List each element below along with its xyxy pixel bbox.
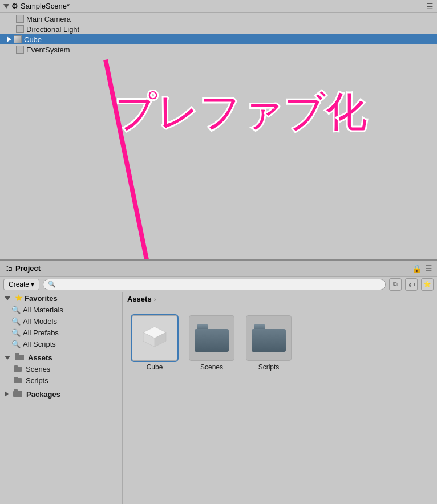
light-icon xyxy=(16,25,24,33)
sidebar-label: Scenes xyxy=(26,365,50,373)
project-header: 🗂 Project 🔒 ☰ xyxy=(0,261,437,277)
scenes-folder-icon-wrap xyxy=(189,315,234,361)
asset-label: Scripts xyxy=(258,363,280,371)
search-magnifier-icon: 🔍 xyxy=(48,281,56,288)
scripts-folder-graphic xyxy=(252,324,286,352)
hierarchy-item-directional-light[interactable]: Directional Light xyxy=(0,24,437,34)
sidebar-label: All Models xyxy=(23,317,57,326)
sidebar-label: Scripts xyxy=(26,376,48,385)
search-box[interactable]: 🔍 xyxy=(43,279,386,290)
project-sidebar: ★ Favorites 🔍 All Materials 🔍 All Models… xyxy=(0,292,123,504)
favorite-button[interactable]: ⭐ xyxy=(421,278,434,291)
eventsystem-icon xyxy=(16,46,24,54)
sidebar-scripts[interactable]: Scripts xyxy=(0,375,122,386)
hierarchy-item-cube[interactable]: Cube xyxy=(0,34,437,44)
project-panel: 🗂 Project 🔒 ☰ Create ▾ 🔍 ⧉ 🏷 ⭐ xyxy=(0,259,437,504)
favorites-expand-icon xyxy=(5,296,10,300)
hierarchy-collapse-icon[interactable] xyxy=(3,4,9,9)
star-icon: ⭐ xyxy=(423,281,431,288)
search-icon-scripts: 🔍 xyxy=(11,340,21,348)
svg-rect-7 xyxy=(14,377,18,379)
project-folder-icon: 🗂 xyxy=(5,264,13,273)
project-body: ★ Favorites 🔍 All Materials 🔍 All Models… xyxy=(0,292,437,504)
sidebar-label: All Prefabs xyxy=(23,328,59,337)
project-menu-icon[interactable]: ☰ xyxy=(425,264,432,273)
svg-rect-4 xyxy=(14,367,22,372)
hierarchy-list: Main Camera Directional Light Cube Event… xyxy=(0,13,437,56)
packages-label: Packages xyxy=(26,390,60,399)
search-input[interactable] xyxy=(58,281,381,288)
sidebar-all-models[interactable]: 🔍 All Models xyxy=(0,315,122,327)
cube-asset-icon-wrap xyxy=(132,315,177,361)
cube-3d-svg xyxy=(137,321,172,355)
hierarchy-panel: ⚙ SampleScene* ☰ Main Camera Directional… xyxy=(0,0,437,259)
sidebar-scenes[interactable]: Scenes xyxy=(0,363,122,375)
hierarchy-title: SampleScene* xyxy=(21,2,70,10)
create-dropdown-icon: ▾ xyxy=(31,281,34,288)
search-icon-models: 🔍 xyxy=(11,317,21,326)
hierarchy-item-event-system[interactable]: EventSystem xyxy=(0,44,437,55)
sidebar-label: All Materials xyxy=(23,306,63,314)
svg-rect-2 xyxy=(15,355,24,360)
sidebar-favorites-header[interactable]: ★ Favorites xyxy=(0,292,122,304)
tag-button[interactable]: 🏷 xyxy=(405,278,418,291)
hierarchy-item-main-camera[interactable]: Main Camera xyxy=(0,14,437,24)
sidebar-all-scripts[interactable]: 🔍 All Scripts xyxy=(0,338,122,349)
hierarchy-item-label: Directional Light xyxy=(26,25,79,34)
asset-label: Cube xyxy=(147,363,163,371)
hierarchy-menu-icon[interactable]: ☰ xyxy=(426,2,434,11)
svg-rect-5 xyxy=(14,365,18,367)
scenes-folder-icon xyxy=(14,365,22,373)
assets-breadcrumb: Assets › xyxy=(123,292,437,306)
hierarchy-item-label: EventSystem xyxy=(26,46,70,54)
svg-line-1 xyxy=(106,60,168,259)
packages-folder-icon xyxy=(13,389,22,399)
svg-rect-9 xyxy=(14,389,18,392)
favorites-label: Favorites xyxy=(25,294,58,303)
hierarchy-item-label: Cube xyxy=(24,35,42,44)
assets-folder-icon xyxy=(15,353,24,362)
project-title: Project xyxy=(15,264,41,273)
sidebar-packages-header[interactable]: Packages xyxy=(0,388,122,400)
cube-expand-icon[interactable] xyxy=(7,36,11,42)
search-icon-prefabs: 🔍 xyxy=(11,328,21,337)
scripts-folder-icon-wrap xyxy=(246,315,292,361)
hierarchy-header: ⚙ SampleScene* ☰ xyxy=(0,0,437,13)
svg-rect-3 xyxy=(15,353,19,355)
search-icon-materials: 🔍 xyxy=(11,306,21,314)
sidebar-assets-header[interactable]: Assets xyxy=(0,352,122,363)
asset-item-scripts[interactable]: Scripts xyxy=(246,315,292,371)
scripts-folder-icon xyxy=(14,376,22,385)
asset-item-cube[interactable]: Cube xyxy=(132,315,177,371)
sidebar-all-materials[interactable]: 🔍 All Materials xyxy=(0,304,122,315)
layers-icon: ⧉ xyxy=(393,281,398,288)
assets-grid: Cube Scenes xyxy=(123,306,437,380)
assets-label: Assets xyxy=(28,353,52,362)
sidebar-all-prefabs[interactable]: 🔍 All Prefabs xyxy=(0,327,122,338)
scenes-folder-graphic xyxy=(195,324,229,352)
packages-expand-icon xyxy=(5,391,9,397)
project-toolbar: Create ▾ 🔍 ⧉ 🏷 ⭐ xyxy=(0,277,437,292)
sidebar-label: All Scripts xyxy=(23,340,56,348)
breadcrumb-separator: › xyxy=(154,296,156,303)
svg-rect-8 xyxy=(13,391,22,397)
breadcrumb-root[interactable]: Assets xyxy=(127,295,152,303)
project-header-left: 🗂 Project xyxy=(5,264,41,273)
assets-expand-icon xyxy=(5,356,10,360)
hierarchy-title-row: ⚙ SampleScene* xyxy=(3,2,70,10)
asset-item-scenes[interactable]: Scenes xyxy=(189,315,234,371)
camera-icon xyxy=(16,15,24,23)
project-header-right: 🔒 ☰ xyxy=(412,264,432,273)
svg-rect-6 xyxy=(14,378,22,383)
cube-gameobject-icon xyxy=(14,35,22,43)
create-button-label: Create xyxy=(9,281,29,288)
favorites-star-icon: ★ xyxy=(15,293,22,303)
asset-label: Scenes xyxy=(200,363,223,371)
prefab-annotation-text: プレファブ化 xyxy=(114,86,366,140)
hierarchy-item-label: Main Camera xyxy=(26,15,71,23)
layers-button[interactable]: ⧉ xyxy=(389,278,402,291)
lock-icon[interactable]: 🔒 xyxy=(412,264,422,273)
create-button[interactable]: Create ▾ xyxy=(3,279,39,290)
project-assets-area: Assets › xyxy=(123,292,437,504)
unity-logo-icon: ⚙ xyxy=(11,2,18,10)
